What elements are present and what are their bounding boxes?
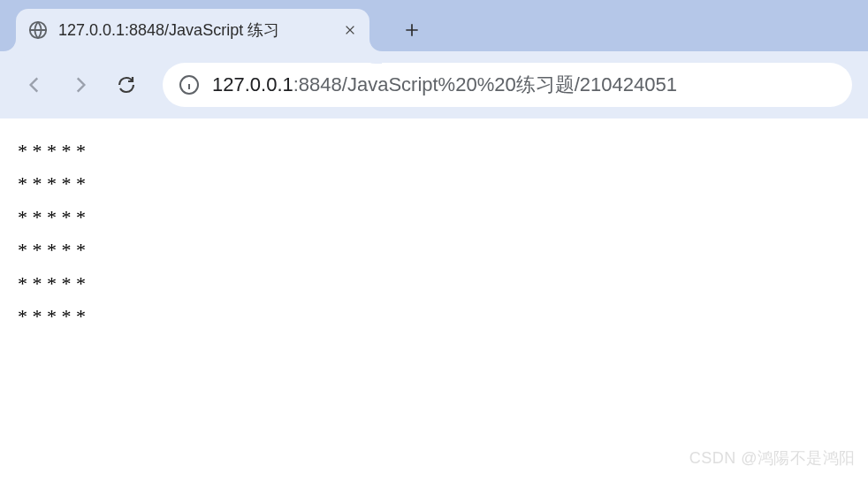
tab-strip: 127.0.0.1:8848/JavaScript 练习	[0, 0, 868, 51]
globe-icon	[28, 20, 48, 40]
watermark: CSDN @鸿陽不是鸿阳	[689, 447, 856, 469]
star-row: * * * * *	[18, 134, 850, 167]
browser-chrome: 127.0.0.1:8848/JavaScript 练习	[0, 0, 868, 118]
star-row: * * * * *	[18, 300, 850, 332]
url-path: :8848/JavaScript%20%20练习题/210424051	[293, 73, 677, 95]
star-row: * * * * *	[18, 167, 850, 200]
address-text: 127.0.0.1:8848/JavaScript%20%20练习题/21042…	[212, 72, 677, 98]
info-icon[interactable]	[179, 74, 200, 95]
reload-button[interactable]	[108, 66, 145, 103]
close-icon[interactable]	[343, 23, 357, 37]
page-content: * * * * ** * * * ** * * * ** * * * ** * …	[0, 118, 868, 348]
star-row: * * * * *	[18, 233, 850, 266]
browser-tab[interactable]: 127.0.0.1:8848/JavaScript 练习	[16, 9, 369, 51]
new-tab-button[interactable]	[394, 12, 430, 48]
toolbar: 127.0.0.1:8848/JavaScript%20%20练习题/21042…	[0, 51, 868, 118]
address-bar[interactable]: 127.0.0.1:8848/JavaScript%20%20练习题/21042…	[163, 63, 852, 107]
forward-button[interactable]	[62, 66, 99, 103]
tab-title: 127.0.0.1:8848/JavaScript 练习	[58, 19, 332, 41]
url-host: 127.0.0.1	[212, 73, 293, 95]
back-button[interactable]	[16, 66, 53, 103]
star-row: * * * * *	[18, 267, 850, 300]
star-row: * * * * *	[18, 201, 850, 233]
